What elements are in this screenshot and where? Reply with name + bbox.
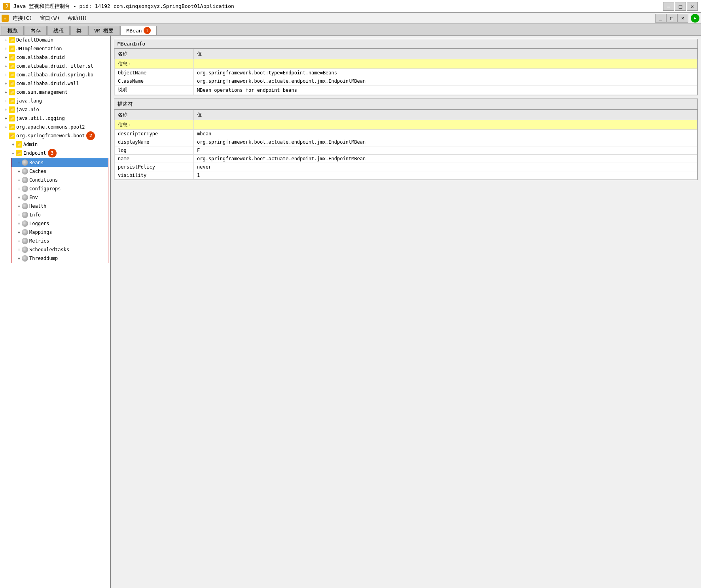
tree-item-com-alibaba-druid[interactable]: + 📁 com.alibaba.druid: [0, 53, 110, 62]
tab-mbean[interactable]: MBean 1: [120, 26, 156, 35]
tree-item-endpoint[interactable]: − 📂 Endpoint 3: [0, 149, 110, 157]
folder-open-icon: 📂: [16, 150, 22, 156]
gear-icon: [22, 194, 28, 201]
tree-panel: + 📁 DefaultDomain + 📁 JMImplementation +…: [0, 36, 111, 588]
maximize-button[interactable]: □: [675, 2, 686, 11]
minimize-button[interactable]: —: [663, 2, 674, 11]
tree-item-com-alibaba-wall[interactable]: + 📁 com.alibaba.druid.wall: [0, 79, 110, 88]
descriptor-type-label: descriptorType: [115, 130, 194, 138]
tree-item-mappings[interactable]: + Mappings: [11, 228, 108, 237]
tree-item-java-util[interactable]: + 📁 java.util.logging: [0, 114, 110, 123]
gear-icon: [22, 247, 28, 253]
tree-item-health[interactable]: + Health: [11, 202, 108, 211]
tree-item-org-springframework[interactable]: − 📂 org.springframework.boot 2: [0, 131, 110, 140]
visibility-label: visibility: [115, 171, 194, 180]
table-row: ObjectName org.springframework.boot:type…: [115, 69, 697, 77]
tree-item-beans[interactable]: + Beans: [11, 158, 108, 167]
folder-icon: 📁: [9, 115, 15, 121]
gear-icon: [22, 168, 28, 175]
tab-threads[interactable]: 线程: [47, 26, 70, 35]
display-name-value: org.springframework.boot.actuate.endpoin…: [194, 138, 697, 146]
table-row: persistPolicy never: [115, 163, 697, 171]
tree-item-configprops[interactable]: + Configprops: [11, 184, 108, 193]
folder-icon: 📁: [9, 37, 15, 43]
tab-classes[interactable]: 类: [70, 26, 87, 35]
gear-icon: [22, 212, 28, 218]
app-icon: J: [3, 3, 10, 10]
folder-icon: 📁: [9, 46, 15, 52]
table-row: name org.springframework.boot.actuate.en…: [115, 155, 697, 163]
gear-icon: [22, 203, 28, 209]
tree-item-scheduledtasks[interactable]: + Scheduledtasks: [11, 245, 108, 254]
expander-jmimplementation[interactable]: +: [3, 46, 9, 51]
tree-item-com-alibaba-filter[interactable]: + 📁 com.alibaba.druid.filter.st: [0, 62, 110, 70]
folder-icon: 📁: [9, 89, 15, 95]
mbean-badge: 1: [144, 27, 151, 34]
name-value: org.springframework.boot.actuate.endpoin…: [194, 155, 697, 163]
inner-minimize-button[interactable]: _: [655, 14, 666, 23]
desc-col-value-header: 值: [194, 110, 697, 120]
inner-maximize-button[interactable]: □: [666, 14, 677, 23]
persist-policy-value: never: [194, 163, 697, 171]
tree-item-java-nio[interactable]: + 📁 java.nio: [0, 105, 110, 114]
close-button[interactable]: ✕: [687, 2, 698, 11]
mbean-info-row: 信息：: [115, 59, 697, 69]
tab-overview[interactable]: 概览: [2, 26, 24, 35]
folder-icon: 📁: [9, 124, 15, 130]
tree-item-caches[interactable]: + Caches: [11, 167, 108, 176]
gear-icon: [22, 177, 28, 183]
description-value: MBean operations for endpoint beans: [194, 85, 697, 95]
tree-item-metrics[interactable]: + Metrics: [11, 237, 108, 245]
tree-item-java-lang[interactable]: + 📁 java.lang: [0, 97, 110, 105]
objectname-value: org.springframework.boot:type=Endpoint.n…: [194, 69, 697, 77]
desc-info-row: 信息：: [115, 120, 697, 130]
expander-defaultdomain[interactable]: +: [3, 37, 9, 43]
tab-vm[interactable]: VM 概要: [88, 26, 119, 35]
menu-bar: ☕ 连接(C) 窗口(W) 帮助(H) _ □ ✕ ▶: [0, 13, 701, 24]
folder-icon: 📁: [16, 141, 22, 148]
gear-icon: [22, 255, 28, 262]
tree-item-admin[interactable]: + 📁 Admin: [0, 140, 110, 149]
classname-label: ClassName: [115, 77, 194, 85]
folder-icon: 📁: [9, 80, 15, 87]
endpoint-group-box: + Beans + Caches + Conditions: [11, 158, 108, 263]
folder-icon: 📁: [9, 106, 15, 113]
info-value: [194, 59, 697, 69]
descriptor-section: 描述符 名称 值 信息： descriptorType mbean: [114, 99, 698, 180]
tree-item-info[interactable]: + Info: [11, 211, 108, 219]
name-label: name: [115, 155, 194, 163]
table-row: displayName org.springframework.boot.act…: [115, 138, 697, 146]
desc-info-label: 信息：: [115, 120, 194, 130]
table-row: descriptorType mbean: [115, 130, 697, 138]
tree-item-loggers[interactable]: + Loggers: [11, 219, 108, 228]
gear-icon: [22, 229, 28, 235]
menu-connect[interactable]: 连接(C): [9, 13, 36, 23]
menu-window[interactable]: 窗口(W): [36, 13, 63, 23]
tree-item-com-sun[interactable]: + 📁 com.sun.management: [0, 88, 110, 97]
inner-close-button[interactable]: ✕: [677, 14, 688, 23]
window-controls: — □ ✕: [663, 2, 698, 11]
descriptor-title: 描述符: [114, 99, 697, 110]
objectname-label: ObjectName: [115, 69, 194, 77]
folder-icon: 📁: [9, 54, 15, 61]
window-title: Java 监视和管理控制台 - pid: 14192 com.qingsongx…: [13, 3, 660, 10]
table-row: visibility 1: [115, 171, 697, 180]
gear-icon: [22, 186, 28, 192]
tree-item-org-apache[interactable]: + 📁 org.apache.commons.pool2: [0, 123, 110, 131]
folder-icon: 📁: [9, 98, 15, 104]
desc-info-value: [194, 120, 697, 130]
tree-item-threaddump[interactable]: + Threaddump: [11, 254, 108, 263]
org-springframework-badge: 2: [86, 131, 95, 140]
mbean-info-table: 名称 值 信息： ObjectName org.springframework.…: [114, 49, 697, 95]
tree-item-com-alibaba-spring[interactable]: + 📁 com.alibaba.druid.spring.bo: [0, 70, 110, 79]
tree-item-conditions[interactable]: + Conditions: [11, 176, 108, 184]
tab-memory[interactable]: 内存: [25, 26, 47, 35]
tree-item-defaultdomain[interactable]: + 📁 DefaultDomain: [0, 36, 110, 44]
tab-bar: 概览 内存 线程 类 VM 概要 MBean 1: [0, 24, 701, 36]
folder-icon: 📁: [9, 63, 15, 69]
classname-value: org.springframework.boot.actuate.endpoin…: [194, 77, 697, 85]
tree-item-env[interactable]: + Env: [11, 193, 108, 202]
col-name-header: 名称: [115, 49, 194, 59]
menu-help[interactable]: 帮助(H): [64, 13, 91, 23]
tree-item-jmimplementation[interactable]: + 📁 JMImplementation: [0, 44, 110, 53]
